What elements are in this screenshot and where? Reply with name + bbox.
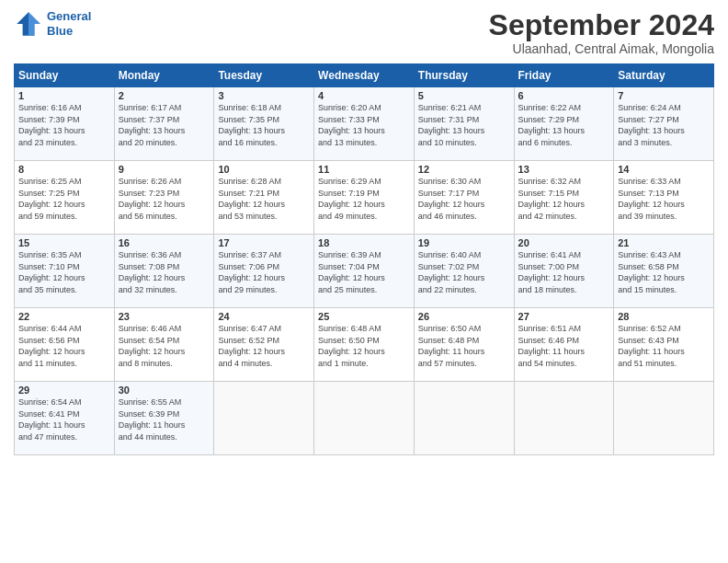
day-number: 10 [218, 164, 310, 175]
calendar-cell: 7Sunrise: 6:24 AM Sunset: 7:27 PM Daylig… [614, 87, 714, 161]
calendar-cell: 19Sunrise: 6:40 AM Sunset: 7:02 PM Dayli… [414, 235, 514, 308]
calendar-cell: 30Sunrise: 6:55 AM Sunset: 6:39 PM Dayli… [114, 382, 214, 455]
day-number: 14 [618, 164, 710, 175]
calendar-cell: 8Sunrise: 6:25 AM Sunset: 7:25 PM Daylig… [15, 161, 115, 235]
calendar-cell [214, 382, 314, 455]
weekday-header-sunday: Sunday [15, 64, 115, 87]
weekday-header-thursday: Thursday [414, 64, 514, 87]
calendar-cell [414, 382, 514, 455]
day-number: 25 [318, 311, 410, 322]
day-number: 18 [318, 237, 410, 248]
calendar-cell: 1Sunrise: 6:16 AM Sunset: 7:39 PM Daylig… [15, 87, 115, 161]
calendar-cell: 21Sunrise: 6:43 AM Sunset: 6:58 PM Dayli… [614, 235, 714, 308]
header: General Blue September 2024 Ulaanhad, Ce… [14, 9, 714, 56]
calendar-cell: 2Sunrise: 6:17 AM Sunset: 7:37 PM Daylig… [114, 87, 214, 161]
day-number: 2 [119, 90, 210, 101]
day-info: Sunrise: 6:51 AM Sunset: 6:46 PM Dayligh… [518, 323, 610, 369]
day-number: 9 [119, 164, 210, 175]
calendar-cell: 28Sunrise: 6:52 AM Sunset: 6:43 PM Dayli… [614, 308, 714, 382]
calendar-cell [514, 382, 614, 455]
day-info: Sunrise: 6:52 AM Sunset: 6:43 PM Dayligh… [618, 323, 710, 369]
day-number: 5 [418, 90, 510, 101]
calendar-cell: 26Sunrise: 6:50 AM Sunset: 6:48 PM Dayli… [414, 308, 514, 382]
day-number: 7 [618, 90, 710, 101]
day-number: 15 [18, 237, 110, 248]
day-info: Sunrise: 6:44 AM Sunset: 6:56 PM Dayligh… [18, 323, 110, 369]
title-block: September 2024 Ulaanhad, Central Aimak, … [489, 9, 714, 56]
day-number: 3 [218, 90, 310, 101]
day-info: Sunrise: 6:43 AM Sunset: 6:58 PM Dayligh… [618, 249, 710, 295]
day-info: Sunrise: 6:41 AM Sunset: 7:00 PM Dayligh… [518, 249, 610, 295]
calendar-cell: 10Sunrise: 6:28 AM Sunset: 7:21 PM Dayli… [214, 161, 314, 235]
day-info: Sunrise: 6:36 AM Sunset: 7:08 PM Dayligh… [119, 249, 210, 295]
calendar-cell: 22Sunrise: 6:44 AM Sunset: 6:56 PM Dayli… [15, 308, 115, 382]
day-info: Sunrise: 6:32 AM Sunset: 7:15 PM Dayligh… [518, 176, 610, 222]
day-info: Sunrise: 6:21 AM Sunset: 7:31 PM Dayligh… [418, 102, 510, 148]
calendar-cell: 4Sunrise: 6:20 AM Sunset: 7:33 PM Daylig… [314, 87, 415, 161]
calendar-cell: 11Sunrise: 6:29 AM Sunset: 7:19 PM Dayli… [314, 161, 415, 235]
day-info: Sunrise: 6:26 AM Sunset: 7:23 PM Dayligh… [119, 176, 210, 222]
calendar-cell: 13Sunrise: 6:32 AM Sunset: 7:15 PM Dayli… [514, 161, 614, 235]
svg-marker-1 [28, 12, 40, 36]
day-info: Sunrise: 6:22 AM Sunset: 7:29 PM Dayligh… [518, 102, 610, 148]
day-number: 11 [318, 164, 410, 175]
logo-text: General Blue [47, 9, 91, 38]
calendar-cell: 6Sunrise: 6:22 AM Sunset: 7:29 PM Daylig… [514, 87, 614, 161]
week-row-2: 8Sunrise: 6:25 AM Sunset: 7:25 PM Daylig… [15, 161, 714, 235]
calendar-cell: 17Sunrise: 6:37 AM Sunset: 7:06 PM Dayli… [214, 235, 314, 308]
day-info: Sunrise: 6:24 AM Sunset: 7:27 PM Dayligh… [618, 102, 710, 148]
day-info: Sunrise: 6:33 AM Sunset: 7:13 PM Dayligh… [618, 176, 710, 222]
calendar-cell: 9Sunrise: 6:26 AM Sunset: 7:23 PM Daylig… [114, 161, 214, 235]
calendar-cell: 29Sunrise: 6:54 AM Sunset: 6:41 PM Dayli… [15, 382, 115, 455]
day-info: Sunrise: 6:37 AM Sunset: 7:06 PM Dayligh… [218, 249, 310, 295]
day-number: 4 [318, 90, 410, 101]
day-info: Sunrise: 6:54 AM Sunset: 6:41 PM Dayligh… [18, 396, 110, 442]
weekday-header-tuesday: Tuesday [214, 64, 314, 87]
day-number: 6 [518, 90, 610, 101]
weekday-header-friday: Friday [514, 64, 614, 87]
day-info: Sunrise: 6:39 AM Sunset: 7:04 PM Dayligh… [318, 249, 410, 295]
day-number: 30 [119, 385, 210, 396]
week-row-5: 29Sunrise: 6:54 AM Sunset: 6:41 PM Dayli… [15, 382, 714, 455]
main-title: September 2024 [489, 9, 714, 41]
day-number: 28 [618, 311, 710, 322]
calendar-cell: 14Sunrise: 6:33 AM Sunset: 7:13 PM Dayli… [614, 161, 714, 235]
day-number: 12 [418, 164, 510, 175]
calendar-cell [314, 382, 415, 455]
calendar-cell: 16Sunrise: 6:36 AM Sunset: 7:08 PM Dayli… [114, 235, 214, 308]
day-number: 27 [518, 311, 610, 322]
day-info: Sunrise: 6:16 AM Sunset: 7:39 PM Dayligh… [18, 102, 110, 148]
day-number: 17 [218, 237, 310, 248]
week-row-1: 1Sunrise: 6:16 AM Sunset: 7:39 PM Daylig… [15, 87, 714, 161]
calendar-cell [614, 382, 714, 455]
weekday-header-monday: Monday [114, 64, 214, 87]
day-number: 21 [618, 237, 710, 248]
calendar-cell: 5Sunrise: 6:21 AM Sunset: 7:31 PM Daylig… [414, 87, 514, 161]
day-info: Sunrise: 6:18 AM Sunset: 7:35 PM Dayligh… [218, 102, 310, 148]
calendar-cell: 27Sunrise: 6:51 AM Sunset: 6:46 PM Dayli… [514, 308, 614, 382]
calendar-cell: 15Sunrise: 6:35 AM Sunset: 7:10 PM Dayli… [15, 235, 115, 308]
day-number: 20 [518, 237, 610, 248]
day-number: 1 [18, 90, 110, 101]
calendar-cell: 20Sunrise: 6:41 AM Sunset: 7:00 PM Dayli… [514, 235, 614, 308]
day-number: 8 [18, 164, 110, 175]
calendar-cell: 12Sunrise: 6:30 AM Sunset: 7:17 PM Dayli… [414, 161, 514, 235]
day-number: 23 [119, 311, 210, 322]
day-info: Sunrise: 6:47 AM Sunset: 6:52 PM Dayligh… [218, 323, 310, 369]
calendar-cell: 25Sunrise: 6:48 AM Sunset: 6:50 PM Dayli… [314, 308, 415, 382]
day-info: Sunrise: 6:28 AM Sunset: 7:21 PM Dayligh… [218, 176, 310, 222]
day-number: 19 [418, 237, 510, 248]
day-info: Sunrise: 6:50 AM Sunset: 6:48 PM Dayligh… [418, 323, 510, 369]
page: General Blue September 2024 Ulaanhad, Ce… [0, 0, 728, 563]
calendar-cell: 18Sunrise: 6:39 AM Sunset: 7:04 PM Dayli… [314, 235, 415, 308]
day-info: Sunrise: 6:35 AM Sunset: 7:10 PM Dayligh… [18, 249, 110, 295]
week-row-3: 15Sunrise: 6:35 AM Sunset: 7:10 PM Dayli… [15, 235, 714, 308]
calendar-cell: 3Sunrise: 6:18 AM Sunset: 7:35 PM Daylig… [214, 87, 314, 161]
calendar-table: SundayMondayTuesdayWednesdayThursdayFrid… [14, 63, 714, 455]
day-info: Sunrise: 6:17 AM Sunset: 7:37 PM Dayligh… [119, 102, 210, 148]
week-row-4: 22Sunrise: 6:44 AM Sunset: 6:56 PM Dayli… [15, 308, 714, 382]
day-info: Sunrise: 6:29 AM Sunset: 7:19 PM Dayligh… [318, 176, 410, 222]
weekday-header-saturday: Saturday [614, 64, 714, 87]
calendar-cell: 23Sunrise: 6:46 AM Sunset: 6:54 PM Dayli… [114, 308, 214, 382]
logo: General Blue [14, 9, 91, 39]
